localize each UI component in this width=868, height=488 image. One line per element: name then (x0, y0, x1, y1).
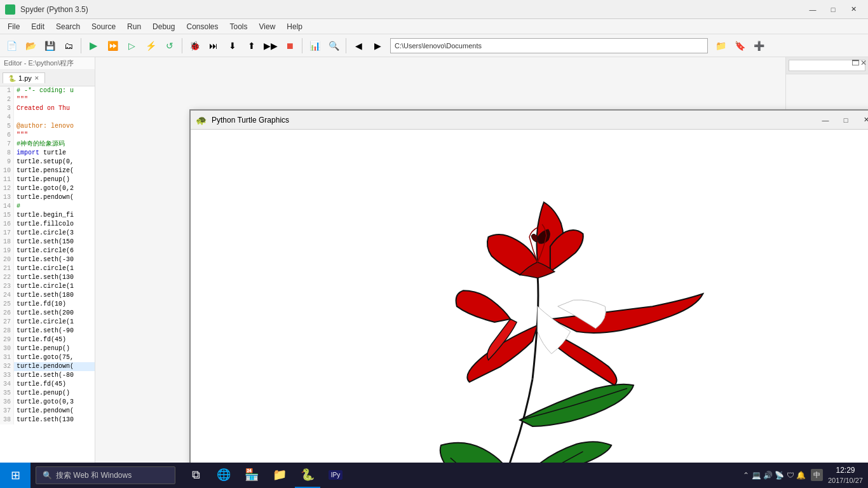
task-view-button[interactable]: ⧉ (183, 463, 208, 488)
line-content: turtle.seth(-90 (14, 327, 74, 336)
turtle-close[interactable]: ✕ (857, 114, 868, 126)
code-line-30: 30turtle.penup() (0, 344, 95, 353)
code-line-20: 20turtle.seth(-30 (0, 255, 95, 264)
ipython-app[interactable]: IPy (323, 463, 348, 488)
turtle-canvas (191, 130, 868, 463)
tb-step-in[interactable]: ⬇ (224, 37, 241, 55)
editor-tab-label: 1.py (18, 74, 32, 82)
menu-tools[interactable]: Tools (225, 20, 253, 34)
line-content: turtle.circle(3 (14, 229, 74, 238)
tb-back[interactable]: ◀ (349, 37, 367, 55)
menu-help[interactable]: Help (281, 20, 308, 34)
taskbar-datetime: 12:29 2017/10/27 (828, 466, 863, 485)
line-number: 1 (0, 86, 14, 95)
code-line-26: 26turtle.seth(200 (0, 309, 95, 318)
line-number: 25 (0, 300, 14, 309)
code-line-16: 16turtle.fillcolo (0, 220, 95, 229)
line-number: 18 (0, 238, 14, 247)
code-area[interactable]: 1# -*- coding: u2"""3Created on Thu45@au… (0, 86, 95, 463)
code-line-3: 3Created on Thu (0, 104, 95, 113)
taskbar: ⊞ 🔍 搜索 Web 和 Windows ⧉ 🌐 🏪 📁 🐍 IPy ⌃ 💻 🔊… (0, 463, 868, 488)
menu-debug[interactable]: Debug (147, 20, 180, 34)
close-button[interactable]: ✕ (844, 3, 863, 16)
editor-tab-1[interactable]: 🐍 1.py ✕ (3, 72, 45, 83)
line-number: 20 (0, 255, 14, 264)
store-app[interactable]: 🏪 (239, 463, 264, 488)
line-number: 2 (0, 95, 14, 104)
tb-run-file[interactable]: ⚡ (142, 37, 159, 55)
line-number: 8 (0, 149, 14, 158)
code-line-32: 32turtle.pendown( (0, 362, 95, 371)
line-number: 7 (0, 140, 14, 149)
menu-source[interactable]: Source (86, 20, 121, 34)
tb-new[interactable]: 📄 (3, 37, 20, 55)
line-content: # (14, 202, 20, 211)
line-content: turtle.seth(200 (14, 309, 74, 318)
minimize-button[interactable]: — (803, 3, 822, 16)
tb-debug[interactable]: 🐞 (186, 37, 203, 55)
tb-run-cell[interactable]: ⏩ (104, 37, 121, 55)
menu-edit[interactable]: Edit (26, 20, 50, 34)
lang-indicator[interactable]: 中 (811, 469, 823, 481)
python-file-icon: 🐍 (8, 75, 16, 82)
search-placeholder: 搜索 Web 和 Windows (56, 470, 132, 481)
spyder-window: Spyder (Python 3.5) — □ ✕ File Edit Sear… (0, 0, 868, 463)
menu-consoles[interactable]: Consoles (181, 20, 223, 34)
tb-lint[interactable]: 🔍 (325, 37, 342, 55)
spyder-app[interactable]: 🐍 (295, 463, 320, 488)
tb-save[interactable]: 💾 (41, 37, 58, 55)
code-line-8: 8import turtle (0, 149, 95, 158)
line-content: turtle.goto(75, (14, 353, 74, 362)
title-bar-left: Spyder (Python 3.5) (5, 4, 88, 15)
taskbar-search[interactable]: 🔍 搜索 Web 和 Windows (36, 466, 175, 484)
line-number: 35 (0, 389, 14, 398)
files-app[interactable]: 📁 (267, 463, 292, 488)
tb-open[interactable]: 📂 (22, 37, 39, 55)
tb-stop[interactable]: ⏹ (281, 37, 299, 55)
tb-run[interactable]: ▶ (85, 37, 102, 55)
line-number: 3 (0, 104, 14, 113)
tb-rerun[interactable]: ↺ (161, 37, 179, 55)
tb-forward[interactable]: ▶ (369, 37, 386, 55)
tb-save-all[interactable]: 🗂 (60, 37, 78, 55)
code-line-23: 23turtle.circle(1 (0, 282, 95, 291)
turtle-maximize[interactable]: □ (836, 114, 855, 126)
code-line-22: 22turtle.seth(130 (0, 273, 95, 282)
line-number: 28 (0, 327, 14, 336)
line-number: 4 (0, 113, 14, 122)
line-content: turtle.pensize( (14, 166, 74, 175)
code-line-31: 31turtle.goto(75, (0, 353, 95, 362)
edge-app[interactable]: 🌐 (211, 463, 236, 488)
tb-folder[interactable]: 📁 (712, 37, 729, 55)
menu-view[interactable]: View (254, 20, 281, 34)
line-number: 12 (0, 184, 14, 193)
tb-step[interactable]: ⏭ (205, 37, 222, 55)
menu-bar: File Edit Search Source Run Debug Consol… (0, 19, 868, 34)
tb-bookmark[interactable]: 🔖 (731, 37, 749, 55)
tb-profile[interactable]: 📊 (306, 37, 323, 55)
taskbar-apps: ⧉ 🌐 🏪 📁 🐍 IPy (183, 463, 348, 488)
tb-cont[interactable]: ▶▶ (262, 37, 280, 55)
panel-close-icon[interactable]: ✕ (860, 58, 867, 67)
tb-step-out[interactable]: ⬆ (243, 37, 261, 55)
address-bar[interactable]: C:\Users\lenovo\Documents (390, 38, 708, 53)
code-line-35: 35turtle.penup() (0, 389, 95, 398)
editor-tab-close[interactable]: ✕ (34, 75, 39, 81)
menu-file[interactable]: File (3, 20, 25, 34)
code-line-38: 38turtle.seth(130 (0, 416, 95, 424)
turtle-minimize[interactable]: — (816, 114, 835, 126)
tb-next-loc[interactable]: ➕ (750, 37, 768, 55)
maximize-button[interactable]: □ (824, 3, 843, 16)
tb-run-sel[interactable]: ▷ (123, 37, 140, 55)
start-button[interactable]: ⊞ (0, 463, 31, 488)
window-controls: — □ ✕ (803, 3, 863, 16)
panel-max-icon[interactable]: 🗖 (851, 58, 859, 67)
turtle-title-bar: 🐢 Python Turtle Graphics — □ ✕ (191, 111, 868, 130)
menu-run[interactable]: Run (122, 20, 146, 34)
line-content: turtle.seth(130 (14, 273, 74, 282)
code-line-10: 10turtle.pensize( (0, 166, 95, 175)
title-bar: Spyder (Python 3.5) — □ ✕ (0, 0, 868, 19)
menu-search[interactable]: Search (51, 20, 85, 34)
line-number: 26 (0, 309, 14, 318)
line-content: turtle.goto(0,3 (14, 398, 74, 407)
